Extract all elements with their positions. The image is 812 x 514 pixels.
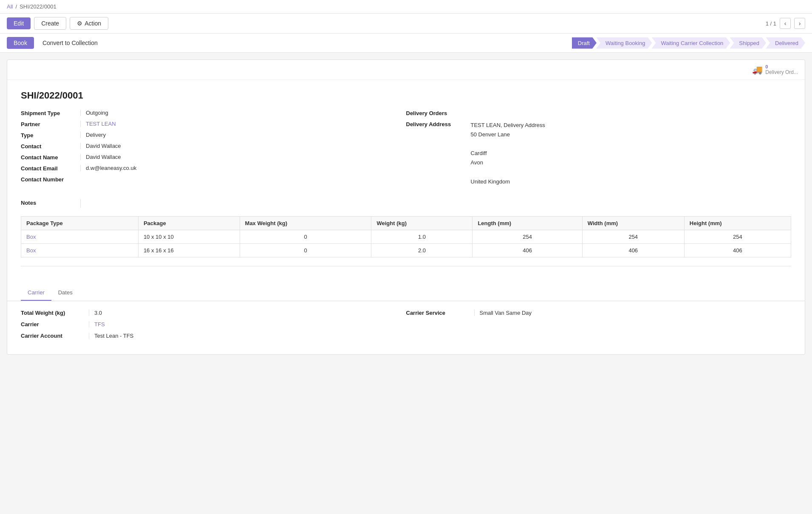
field-value-partner[interactable]: TEST LEAN — [80, 121, 398, 127]
carrier-label-total-weight: Total Weight (kg) — [21, 310, 89, 316]
col-package: Package — [138, 216, 240, 230]
cell-width: 406 — [582, 243, 684, 257]
table-row: Box 10 x 10 x 10 0 1.0 254 254 254 — [21, 230, 791, 243]
tab-carrier[interactable]: Carrier — [21, 285, 51, 301]
toolbar-right: 1 / 1 ‹ › — [766, 18, 805, 29]
address-line5: Avon — [471, 158, 545, 167]
breadcrumb-separator: / — [15, 3, 17, 10]
prev-button[interactable]: ‹ — [780, 18, 791, 29]
field-label-delivery-address: Delivery Address — [406, 121, 466, 127]
record-card: 🚚 0 Delivery Ord... SHI/2022/0001 Shipme… — [7, 59, 805, 355]
breadcrumb-all[interactable]: All — [7, 3, 13, 10]
status-waiting-booking[interactable]: Waiting Booking — [596, 37, 652, 49]
field-value-contact-name: David Wallace — [80, 154, 398, 160]
field-type: Type Delivery — [21, 132, 398, 138]
main-content: 🚚 0 Delivery Ord... SHI/2022/0001 Shipme… — [0, 53, 812, 361]
status-delivered[interactable]: Delivered — [766, 37, 805, 49]
status-draft[interactable]: Draft — [572, 37, 597, 49]
cell-weight: 2.0 — [371, 243, 472, 257]
field-delivery-orders: Delivery Orders — [406, 110, 783, 116]
create-button[interactable]: Create — [34, 17, 66, 30]
book-button[interactable]: Book — [7, 37, 34, 49]
action-bar: Book Convert to Collection Draft Waiting… — [0, 34, 812, 53]
col-max-weight: Max Weight (kg) — [240, 216, 371, 230]
cell-length: 254 — [472, 230, 582, 243]
cell-package-type[interactable]: Box — [21, 243, 139, 257]
notes-value — [80, 199, 791, 208]
convert-button[interactable]: Convert to Collection — [37, 37, 103, 49]
address-line2: 50 Denver Lane — [471, 130, 545, 139]
address-line7: United Kingdom — [471, 177, 545, 186]
carrier-field-service: Carrier Service Small Van Same Day — [406, 310, 792, 316]
col-height: Height (mm) — [684, 216, 791, 230]
table-row: Box 16 x 16 x 16 0 2.0 406 406 406 — [21, 243, 791, 257]
cell-package-type[interactable]: Box — [21, 230, 139, 243]
field-contact-email: Contact Email d.w@leaneasy.co.uk — [21, 165, 398, 172]
cell-package: 10 x 10 x 10 — [138, 230, 240, 243]
breadcrumb-record: SHI/2022/0001 — [20, 3, 57, 10]
field-label-contact-email: Contact Email — [21, 165, 80, 172]
section-divider — [21, 266, 791, 266]
record-body: SHI/2022/0001 Shipment Type Outgoing Par… — [7, 80, 805, 285]
toolbar-left: Edit Create ⚙ Action — [7, 17, 108, 30]
field-contact: Contact David Wallace — [21, 143, 398, 150]
carrier-field-total-weight: Total Weight (kg) 3.0 — [21, 310, 406, 316]
pagination-text: 1 / 1 — [766, 20, 776, 27]
next-button[interactable]: › — [794, 18, 805, 29]
col-width: Width (mm) — [582, 216, 684, 230]
field-value-contact-email: d.w@leaneasy.co.uk — [80, 165, 398, 171]
fields-left: Shipment Type Outgoing Partner TEST LEAN… — [21, 110, 406, 191]
carrier-value-carrier[interactable]: TFS — [89, 321, 105, 328]
field-delivery-address: Delivery Address TEST LEAN, Delivery Add… — [406, 121, 783, 186]
carrier-value-total-weight: 3.0 — [89, 310, 102, 316]
field-label-delivery-orders: Delivery Orders — [406, 110, 466, 116]
carrier-label-account: Carrier Account — [21, 333, 89, 339]
field-value-shipment-type: Outgoing — [80, 110, 398, 116]
col-package-type: Package Type — [21, 216, 139, 230]
field-label-contact-number: Contact Number — [21, 176, 80, 183]
field-label-contact-name: Contact Name — [21, 154, 80, 161]
delivery-address-section: TEST LEAN, Delivery Address 50 Denver La… — [466, 121, 545, 186]
field-value-type: Delivery — [80, 132, 398, 138]
breadcrumb: All / SHI/2022/0001 — [0, 0, 812, 14]
cell-length: 406 — [472, 243, 582, 257]
field-label-partner: Partner — [21, 121, 80, 127]
tab-dates[interactable]: Dates — [51, 285, 79, 301]
fields-right: Delivery Orders Delivery Address TEST LE… — [406, 110, 792, 191]
carrier-label-carrier: Carrier — [21, 321, 89, 328]
toolbar: Edit Create ⚙ Action 1 / 1 ‹ › — [0, 14, 812, 34]
carrier-value-account: Test Lean - TFS — [89, 333, 133, 339]
delivery-orders-button[interactable]: 🚚 0 Delivery Ord... — [752, 64, 798, 75]
notes-label: Notes — [21, 199, 80, 206]
carrier-grid: Total Weight (kg) 3.0 Carrier TFS Carrie… — [21, 310, 791, 344]
action-label: Action — [85, 20, 101, 27]
cell-height: 406 — [684, 243, 791, 257]
carrier-left: Total Weight (kg) 3.0 Carrier TFS Carrie… — [21, 310, 406, 344]
cell-package: 16 x 16 x 16 — [138, 243, 240, 257]
field-contact-number: Contact Number — [21, 176, 398, 183]
cell-weight: 1.0 — [371, 230, 472, 243]
field-label-shipment-type: Shipment Type — [21, 110, 80, 116]
field-label-type: Type — [21, 132, 80, 138]
edit-button[interactable]: Edit — [7, 17, 31, 29]
fields-grid: Shipment Type Outgoing Partner TEST LEAN… — [21, 110, 791, 191]
status-waiting-carrier[interactable]: Waiting Carrier Collection — [651, 37, 730, 49]
carrier-fields: Total Weight (kg) 3.0 Carrier TFS Carrie… — [7, 310, 805, 354]
address-line1: TEST LEAN, Delivery Address — [471, 121, 545, 130]
status-shipped[interactable]: Shipped — [730, 37, 766, 49]
cell-max-weight: 0 — [240, 243, 371, 257]
carrier-value-service: Small Van Same Day — [474, 310, 532, 316]
address-line3 — [471, 139, 545, 149]
tabs-bar: Carrier Dates — [7, 285, 805, 301]
delivery-orders-bar: 🚚 0 Delivery Ord... — [7, 60, 805, 80]
carrier-label-service: Carrier Service — [406, 310, 474, 316]
col-length: Length (mm) — [472, 216, 582, 230]
gear-icon: ⚙ — [77, 20, 82, 27]
address-line6 — [471, 167, 545, 177]
action-button[interactable]: ⚙ Action — [70, 17, 108, 30]
delivery-orders-label: Delivery Ord... — [765, 69, 798, 75]
carrier-field-carrier: Carrier TFS — [21, 321, 406, 328]
cell-height: 254 — [684, 230, 791, 243]
field-value-contact: David Wallace — [80, 143, 398, 149]
field-shipment-type: Shipment Type Outgoing — [21, 110, 398, 116]
